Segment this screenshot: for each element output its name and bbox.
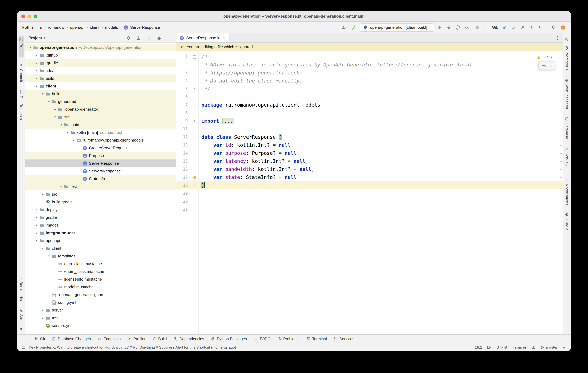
chevron-down-icon[interactable]: ▾: [59, 123, 64, 126]
close-window-button[interactable]: [21, 14, 25, 18]
chevron-right-icon[interactable]: ▸: [34, 223, 39, 227]
chevron-right-icon[interactable]: ▸: [59, 185, 64, 188]
fold-marker-open[interactable]: −: [191, 55, 198, 59]
breadcrumb-item-kotlin[interactable]: kotlin: [22, 25, 33, 30]
fold-marker-end[interactable]: ∧: [191, 181, 198, 189]
tree-item-kotlin-main[interactable]: ▾kotlin [main]sources root: [25, 129, 176, 136]
chevron-right-icon[interactable]: ▸: [34, 216, 39, 219]
user-button[interactable]: ▾: [340, 24, 348, 31]
chevron-down-icon[interactable]: ▾: [34, 84, 39, 88]
tree-item-stateinfo[interactable]: CStateInfo: [25, 175, 176, 183]
tree-item-openapi-generator[interactable]: ▸.openapi-generator: [25, 105, 176, 113]
indent-indicator[interactable]: 4 spaces: [512, 345, 527, 349]
tree-item-client[interactable]: ▾client: [25, 244, 176, 252]
tool-window-button-dependencies[interactable]: Dependencies: [170, 335, 208, 343]
chevron-right-icon[interactable]: ▸: [40, 316, 45, 319]
chevron-right-icon[interactable]: ▸: [34, 61, 39, 65]
breadcrumb-item-client[interactable]: client: [90, 25, 99, 30]
stripe-button-pull-requests[interactable]: Pull Requests: [18, 88, 24, 121]
inspections-widget[interactable]: 5 ∧ ∨: [536, 53, 553, 61]
line-ending-indicator[interactable]: LF: [487, 345, 492, 349]
tree-item-model-mustache[interactable]: model.mustache: [25, 283, 176, 291]
encoding-indicator[interactable]: UTF-8: [496, 345, 507, 349]
close-tab-icon[interactable]: ×: [223, 36, 226, 40]
tree-item-generated[interactable]: ▾generated: [25, 98, 176, 105]
tool-window-button-build[interactable]: Build: [149, 335, 170, 343]
tree-item-src[interactable]: ▸src: [25, 190, 176, 198]
tool-window-button-terminal[interactable]: Terminal: [303, 335, 330, 343]
tree-item-templates[interactable]: ▾templates: [25, 252, 176, 260]
ide-update-button[interactable]: [560, 24, 566, 31]
tree-item-serversresponse[interactable]: CServersResponse: [25, 167, 176, 175]
tree-item-github[interactable]: ▸.github: [25, 51, 176, 59]
chevron-down-icon[interactable]: ▾: [34, 239, 39, 242]
vcs-commit-button[interactable]: [510, 24, 517, 31]
tool-window-button-problems[interactable]: Problems: [274, 335, 303, 343]
tree-item-gradle[interactable]: ▸.gradle: [25, 59, 176, 67]
tree-item-openapi[interactable]: ▾openapi: [25, 237, 176, 244]
next-warning-icon[interactable]: ∨: [550, 53, 553, 61]
stripe-button-bookmarks[interactable]: Bookmarks: [18, 274, 24, 303]
column-mode-icon[interactable]: [532, 345, 536, 349]
expand-selection-button[interactable]: [135, 34, 142, 41]
tool-window-button-database-changes[interactable]: Database Changes: [49, 335, 94, 343]
tree-item-openapi-generator-ignore[interactable]: .openapi-generator-ignore: [25, 291, 176, 298]
tree-item-build[interactable]: ▸build: [25, 75, 176, 82]
tree-item-images[interactable]: ▸images: [25, 221, 176, 229]
chevron-down-icon[interactable]: ▾: [71, 138, 76, 142]
profiler-button[interactable]: ▾: [463, 24, 472, 31]
run-config-select[interactable]: openapi-generation [clean build] ▾: [360, 23, 434, 31]
git-branch-widget[interactable]: master: [541, 345, 557, 349]
tool-window-button-todo[interactable]: TODO: [250, 335, 274, 343]
tool-window-icon[interactable]: [22, 345, 26, 349]
warning-stripe-mark[interactable]: [560, 177, 562, 178]
fold-marker-end[interactable]: ∧: [191, 85, 198, 93]
stripe-button-notifications[interactable]: Notifications: [564, 176, 570, 207]
rollback-button[interactable]: [537, 24, 544, 31]
tool-window-button-endpoints[interactable]: Endpoints: [94, 335, 124, 343]
chevron-right-icon[interactable]: ▸: [52, 108, 58, 111]
chevron-down-icon[interactable]: ▾: [65, 131, 70, 134]
stripe-button-structure[interactable]: Structure: [18, 307, 24, 332]
warning-stripe-mark[interactable]: [560, 161, 562, 162]
tree-item-main[interactable]: ▾main: [25, 121, 176, 129]
fish-plugin-icon[interactable]: [541, 63, 546, 68]
tree-item-openapi-generation[interactable]: ▾openapi-generation~/Develop/Java/openap…: [25, 44, 176, 51]
breadcrumb-item-models[interactable]: models: [105, 25, 118, 30]
stripe-button-database[interactable]: Database: [564, 115, 570, 141]
tree-item-server[interactable]: ▸server: [25, 306, 176, 314]
stop-button[interactable]: [474, 24, 481, 31]
chevron-right-icon[interactable]: ▸: [34, 54, 39, 57]
hide-button[interactable]: [166, 34, 173, 41]
breadcrumb-item-romanow[interactable]: romanow: [48, 25, 64, 30]
tool-window-button-git[interactable]: Git: [31, 335, 49, 343]
intention-bulb-icon[interactable]: [191, 175, 198, 179]
tree-item-ru-romanow-openapi-client-models[interactable]: ▾ru.romanow.openapi.client.models: [25, 136, 176, 144]
history-button[interactable]: [528, 24, 535, 31]
tree-item-build-gradle[interactable]: build.gradle: [25, 198, 176, 206]
settings-button[interactable]: [156, 34, 162, 41]
stripe-button-commit[interactable]: Commit: [18, 61, 24, 84]
fold-marker-closed[interactable]: +: [191, 120, 198, 123]
stripe-button-web-inspector[interactable]: Web Inspector: [564, 77, 570, 111]
breadcrumb-item-serverresponse[interactable]: CServerResponse: [124, 25, 160, 30]
tree-item-gradle[interactable]: ▸gradle: [25, 214, 176, 221]
chevron-right-icon[interactable]: ▸: [34, 208, 39, 211]
caret-position[interactable]: 18:2: [475, 345, 482, 349]
tree-item-test[interactable]: ▸test: [25, 314, 176, 322]
chevron-down-icon[interactable]: ▾: [40, 247, 45, 250]
stripe-button-key-promoter-x[interactable]: Key Promoter X: [564, 36, 570, 73]
chevron-down-icon[interactable]: ▾: [40, 92, 45, 96]
search-button[interactable]: [551, 24, 557, 31]
lock-icon[interactable]: [562, 345, 566, 349]
more-tabs-icon[interactable]: ⋮: [555, 33, 560, 42]
tree-item-licenseinfo-mustache[interactable]: licenseInfo.mustache: [25, 275, 176, 283]
chevron-down-icon[interactable]: ▾: [46, 254, 52, 258]
breadcrumb-item-openapi[interactable]: openapi: [70, 25, 84, 30]
tool-window-button-python-packages[interactable]: Python Packages: [208, 335, 250, 343]
run-button[interactable]: [436, 24, 443, 31]
chevron-down-icon[interactable]: ▾: [46, 100, 52, 103]
chevron-right-icon[interactable]: ▸: [34, 231, 39, 235]
chevron-right-icon[interactable]: ▸: [40, 193, 45, 196]
tree-item-servers-yml[interactable]: servers.yml: [25, 322, 176, 329]
